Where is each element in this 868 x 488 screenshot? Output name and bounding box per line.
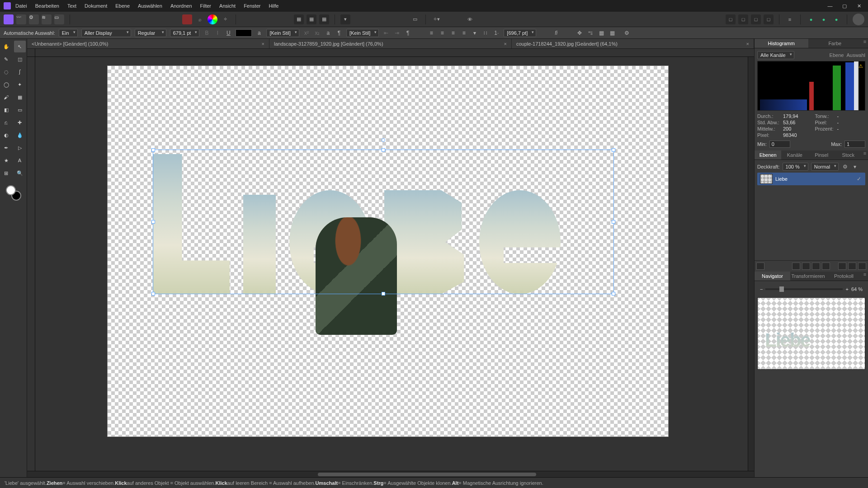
handle-ne[interactable] xyxy=(612,148,615,152)
tab-1-close-icon[interactable]: × xyxy=(504,41,507,47)
text-tool-icon[interactable]: A xyxy=(14,155,26,166)
autoselect-dropdown[interactable]: Ein xyxy=(59,29,78,37)
lt-add-icon[interactable] xyxy=(848,263,856,270)
cloud4-icon[interactable]: □ xyxy=(764,14,774,24)
rotate-handle[interactable] xyxy=(382,138,385,142)
color-wheel-icon[interactable] xyxy=(208,14,217,24)
cloud2-icon[interactable]: □ xyxy=(738,14,748,24)
color-picker-tool-icon[interactable]: ✎ xyxy=(0,53,12,65)
lt-adjust-icon[interactable] xyxy=(802,263,810,270)
persona-export-icon[interactable]: ▭ xyxy=(54,14,64,24)
min-field[interactable] xyxy=(769,141,790,148)
warning-icon[interactable]: ⚠ xyxy=(859,63,863,69)
menu-filter[interactable]: Filter xyxy=(200,3,211,9)
persona-liquify-icon[interactable]: 〰 xyxy=(16,14,26,24)
assist-dropdown-icon[interactable]: ✧▾ xyxy=(431,14,441,24)
menu-ebene[interactable]: Ebene xyxy=(115,3,130,9)
panel-menu-icon[interactable]: ≡ xyxy=(862,39,868,48)
menu-bearbeiten[interactable]: Bearbeiten xyxy=(35,3,59,9)
tab-stock[interactable]: Stock xyxy=(835,150,862,160)
handle-e[interactable] xyxy=(612,220,615,224)
pilcrow-icon[interactable]: ¶ xyxy=(404,29,411,37)
heal-tool-icon[interactable]: ✚ xyxy=(14,117,26,128)
tab-0-close-icon[interactable]: × xyxy=(262,41,264,47)
transform-icon[interactable]: ✥ xyxy=(576,29,583,37)
blend-dropdown[interactable]: Normal xyxy=(811,163,839,171)
menu-auswaehlen[interactable]: Auswählen xyxy=(138,3,162,9)
cloud3-icon[interactable]: □ xyxy=(751,14,761,24)
settings-icon[interactable]: ⚙ xyxy=(623,29,630,37)
tab-0[interactable]: <Unbenannt> [Geändert] (100,0%)× xyxy=(27,39,269,48)
channel-dropdown[interactable]: Alle Kanäle xyxy=(757,51,794,59)
font-weight-dropdown[interactable]: Regular xyxy=(135,29,166,37)
tab-protokoll[interactable]: Protokoll xyxy=(826,272,862,281)
handle-sw[interactable] xyxy=(151,292,155,296)
minimize-button[interactable]: — xyxy=(825,2,835,10)
layer-lock-icon[interactable]: ⚙ xyxy=(841,163,849,170)
account-avatar[interactable] xyxy=(853,14,864,25)
italic-icon[interactable]: I xyxy=(214,29,221,37)
text-color-swatch[interactable] xyxy=(236,29,252,37)
layer-more-icon[interactable]: ▾ xyxy=(851,163,859,170)
swatch-icon[interactable] xyxy=(182,14,192,24)
pen-tool-icon[interactable]: ✒ xyxy=(0,142,12,154)
persona-tone-icon[interactable]: ≋ xyxy=(42,14,52,24)
scroll-thumb[interactable] xyxy=(318,473,536,476)
cloud1-icon[interactable]: □ xyxy=(726,14,736,24)
tab-transformieren[interactable]: Transformieren xyxy=(790,272,826,281)
tab-2-close-icon[interactable]: × xyxy=(746,41,749,47)
brush-tool-icon[interactable]: 🖌 xyxy=(0,91,12,103)
tab-ebenen[interactable]: Ebenen xyxy=(755,150,781,160)
font-size-field[interactable]: 679,1 pt xyxy=(170,29,200,37)
char-style-dropdown[interactable]: [Kein Stil] xyxy=(266,29,299,37)
sync2-icon[interactable]: ● xyxy=(819,14,829,24)
eyedropper-icon[interactable]: ⌕ xyxy=(195,14,205,24)
menu-datei[interactable]: Datei xyxy=(15,3,27,9)
font-family-dropdown[interactable]: Aller Display xyxy=(81,29,131,37)
persona-photo-icon[interactable] xyxy=(4,14,14,24)
handle-nw[interactable] xyxy=(151,148,155,152)
lt-search-icon[interactable] xyxy=(756,263,764,270)
coords-icon[interactable]: ▦ xyxy=(609,29,616,37)
indent-r-icon[interactable]: ⇥ xyxy=(393,29,401,37)
zoom-thumb[interactable] xyxy=(779,286,784,292)
handle-w[interactable] xyxy=(151,220,155,224)
menu-fenster[interactable]: Fenster xyxy=(244,3,260,9)
grid3-icon[interactable]: ▦ xyxy=(319,14,329,24)
layer-row-liebe[interactable]: Liebe ✓ xyxy=(757,173,865,185)
color-wells[interactable] xyxy=(6,185,21,201)
underline-icon[interactable]: U xyxy=(225,29,232,37)
case-icon[interactable]: a xyxy=(325,29,332,37)
scrollbar-vertical[interactable] xyxy=(748,57,754,471)
zoom-slider[interactable] xyxy=(765,288,843,290)
lt-mask-icon[interactable] xyxy=(792,263,800,270)
align-center-icon[interactable]: ≡ xyxy=(439,29,446,37)
shape-tool-icon[interactable]: ★ xyxy=(0,155,12,166)
move-tool-icon[interactable]: ↖ xyxy=(14,41,26,52)
leading-field[interactable]: [696,7 pt] xyxy=(504,29,536,37)
maximize-button[interactable]: ▢ xyxy=(839,2,850,10)
align-more-icon[interactable]: ▾ xyxy=(471,29,478,37)
node-tool-icon[interactable]: ▷ xyxy=(14,142,26,154)
tab-farbe[interactable]: Farbe xyxy=(808,39,862,48)
menu-anordnen[interactable]: Anordnen xyxy=(170,3,192,9)
mesh-tool-icon[interactable]: ⊞ xyxy=(0,167,12,179)
list-bullet-icon[interactable]: ∷ xyxy=(482,29,489,37)
sync1-icon[interactable]: ● xyxy=(806,14,816,24)
scrollbar-horizontal[interactable] xyxy=(27,471,754,477)
document-canvas[interactable] xyxy=(108,66,668,436)
para-style-dropdown[interactable]: [Kein Stil] xyxy=(346,29,379,37)
snap-icon[interactable]: ▭ xyxy=(410,14,420,24)
ruler-horizontal[interactable] xyxy=(35,49,754,57)
lasso-tool-icon[interactable]: ʃ xyxy=(14,66,26,78)
lt-crop-icon[interactable] xyxy=(822,263,830,270)
lt-delete-icon[interactable] xyxy=(858,263,866,270)
marquee-tool-icon[interactable]: ◌ xyxy=(0,66,12,78)
navigator-preview[interactable]: Liebe xyxy=(757,297,865,370)
layer-visible-icon[interactable]: ✓ xyxy=(855,175,863,183)
clone-tool-icon[interactable]: ⎌ xyxy=(0,117,12,128)
selection-box[interactable] xyxy=(153,150,614,294)
handle-se[interactable] xyxy=(612,292,615,296)
grid1-icon[interactable]: ▦ xyxy=(294,14,304,24)
tab-1[interactable]: landscape-3127859_1920.jpg [Geändert] (7… xyxy=(269,39,512,48)
